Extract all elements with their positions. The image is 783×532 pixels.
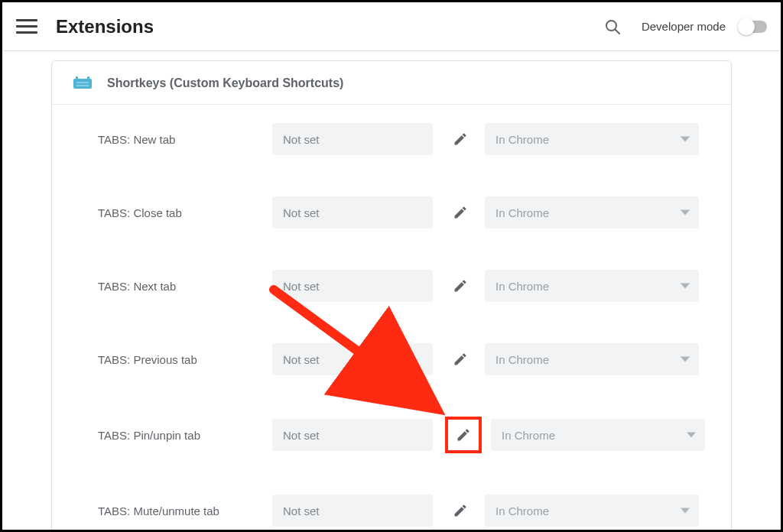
edit-shortcut-button[interactable] (445, 344, 476, 375)
shortcut-label: TABS: Previous tab (98, 353, 272, 366)
shortcut-row: TABS: Mute/unmute tab Not set In Chrome (98, 495, 708, 527)
edit-shortcut-button[interactable] (445, 271, 476, 301)
app-bar: Extensions Developer mode (2, 2, 781, 51)
shortcut-label: TABS: Pin/unpin tab (98, 429, 272, 442)
pencil-icon (453, 352, 468, 367)
svg-rect-2 (73, 79, 92, 89)
search-icon[interactable] (603, 18, 622, 36)
scope-select[interactable]: In Chrome (485, 495, 699, 527)
shortcut-input[interactable]: Not set (272, 123, 433, 155)
shortcut-label: TABS: Mute/unmute tab (98, 504, 272, 517)
shortcut-input[interactable]: Not set (272, 196, 433, 229)
svg-rect-3 (76, 76, 78, 80)
edit-shortcut-button[interactable] (445, 124, 476, 154)
pencil-icon (456, 427, 471, 443)
developer-mode-toggle[interactable] (739, 21, 767, 33)
chevron-down-icon (681, 137, 690, 142)
shortcut-row: TABS: Pin/unpin tab Not set In Chrome (98, 417, 708, 453)
svg-line-1 (615, 29, 619, 34)
edit-shortcut-button[interactable] (445, 495, 476, 526)
scope-select[interactable]: In Chrome (485, 270, 699, 302)
shortcut-row: TABS: Previous tab Not set In Chrome (98, 343, 708, 375)
pencil-icon (453, 503, 468, 518)
svg-rect-4 (87, 76, 89, 80)
shortcut-row: TABS: Next tab Not set In Chrome (98, 270, 708, 302)
shortcut-input[interactable]: Not set (272, 270, 433, 302)
pencil-icon (453, 278, 468, 294)
pencil-icon (453, 131, 468, 147)
extension-name: Shortkeys (Custom Keyboard Shortcuts) (107, 76, 343, 90)
scope-select[interactable]: In Chrome (491, 419, 705, 451)
chevron-down-icon (681, 284, 690, 289)
pencil-icon (453, 205, 468, 220)
chevron-down-icon (681, 210, 690, 216)
shortkeys-icon (73, 76, 92, 90)
chevron-down-icon (687, 433, 696, 438)
scope-select[interactable]: In Chrome (485, 123, 699, 155)
shortcut-input[interactable]: Not set (272, 419, 433, 451)
edit-shortcut-button[interactable] (445, 417, 482, 453)
developer-mode-label: Developer mode (642, 20, 726, 33)
shortcut-row: TABS: New tab Not set In Chrome (98, 123, 708, 155)
chevron-down-icon (681, 508, 690, 514)
extension-card: Shortkeys (Custom Keyboard Shortcuts) TA… (51, 60, 732, 532)
shortcut-input[interactable]: Not set (272, 343, 433, 375)
shortcut-label: TABS: Next tab (98, 280, 272, 293)
shortcut-rows: TABS: New tab Not set In Chrome TABS: Cl… (52, 105, 731, 532)
chevron-down-icon (681, 357, 690, 362)
page-title: Extensions (56, 16, 154, 37)
shortcut-input[interactable]: Not set (272, 495, 433, 527)
scope-select[interactable]: In Chrome (485, 196, 699, 229)
hamburger-icon[interactable] (16, 16, 37, 37)
shortcut-label: TABS: New tab (98, 133, 272, 146)
shortcut-label: TABS: Close tab (98, 206, 272, 219)
shortcut-row: TABS: Close tab Not set In Chrome (98, 196, 708, 229)
scope-select[interactable]: In Chrome (485, 343, 699, 375)
edit-shortcut-button[interactable] (445, 197, 476, 228)
